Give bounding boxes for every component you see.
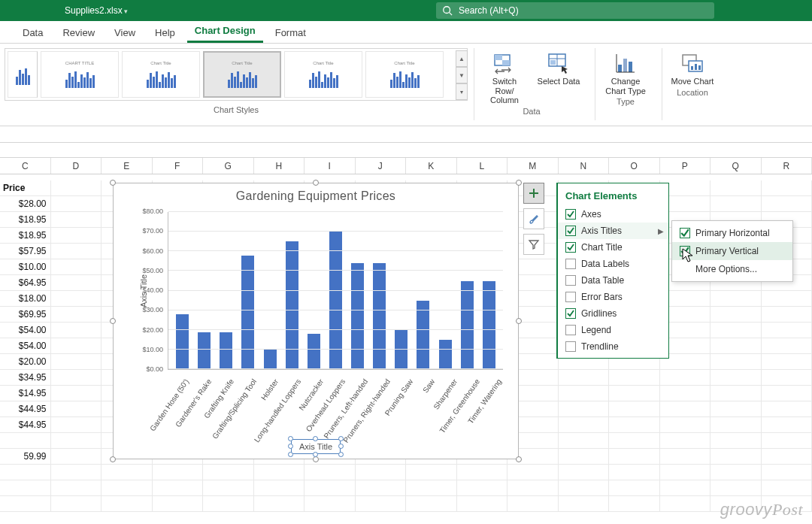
cell[interactable]	[0, 480, 51, 496]
cell[interactable]	[609, 496, 660, 512]
chart-elements-item[interactable]: Gridlines	[558, 305, 668, 322]
cell[interactable]	[710, 291, 762, 307]
chart-bar[interactable]	[439, 340, 452, 369]
cell[interactable]	[660, 433, 711, 449]
gallery-down-button[interactable]: ▼	[456, 67, 468, 83]
column-header[interactable]: E	[102, 158, 153, 174]
column-header[interactable]: G	[203, 158, 254, 174]
cell[interactable]	[609, 417, 660, 433]
cell[interactable]	[203, 465, 254, 480]
chart-bar[interactable]	[264, 350, 277, 369]
resize-handle[interactable]	[110, 180, 116, 186]
cell[interactable]	[762, 338, 813, 354]
chart-styles-gallery[interactable]: CHART TITLE Chart Title Chart Title Char…	[5, 48, 468, 101]
cell[interactable]	[559, 386, 610, 401]
cell[interactable]	[51, 244, 102, 259]
cell[interactable]	[153, 480, 204, 496]
cell[interactable]	[710, 354, 762, 370]
cell[interactable]	[762, 323, 813, 338]
cell[interactable]	[559, 449, 610, 465]
column-header[interactable]: I	[304, 158, 356, 174]
chart-bar[interactable]	[395, 330, 408, 369]
resize-handle[interactable]	[313, 456, 319, 462]
select-data-button[interactable]: Select Data	[536, 51, 581, 105]
chart-elements-item[interactable]: Axis Titles▶	[558, 223, 668, 239]
column-header[interactable]: Q	[710, 158, 762, 174]
cell[interactable]	[762, 291, 813, 307]
resize-handle[interactable]	[516, 180, 522, 186]
cell[interactable]	[51, 433, 102, 449]
chart-bar[interactable]	[483, 281, 495, 369]
cell[interactable]	[710, 180, 762, 196]
cell[interactable]: $69.95	[0, 307, 51, 323]
cell[interactable]: $28.00	[0, 196, 51, 212]
cell[interactable]	[0, 465, 51, 480]
cell[interactable]	[51, 323, 102, 338]
cell[interactable]: $34.95	[0, 370, 51, 386]
cell[interactable]: $64.95	[0, 275, 51, 291]
chart-title[interactable]: Gardening Equipment Prices	[114, 183, 518, 203]
cell[interactable]	[51, 417, 102, 433]
chart-bar[interactable]	[373, 263, 386, 369]
cell[interactable]: $18.00	[0, 291, 51, 307]
cell[interactable]	[710, 449, 762, 465]
cell[interactable]	[660, 465, 711, 480]
cell[interactable]: $18.95	[0, 228, 51, 244]
cell[interactable]	[51, 259, 102, 275]
resize-handle[interactable]	[516, 456, 522, 462]
cell[interactable]	[457, 496, 508, 512]
cell[interactable]	[660, 417, 711, 433]
cell[interactable]	[762, 354, 813, 370]
cell[interactable]	[710, 370, 762, 386]
cell[interactable]	[762, 307, 813, 323]
chart-bar[interactable]	[176, 314, 189, 369]
chart-styles-button[interactable]	[523, 208, 544, 229]
chart-elements-item[interactable]: Data Table	[558, 272, 668, 289]
cell[interactable]	[304, 465, 356, 480]
document-title[interactable]: Supplies2.xlsx	[60, 4, 132, 17]
switch-row-column-button[interactable]: Switch Row/ Column	[482, 51, 527, 105]
tab-view[interactable]: View	[107, 23, 143, 43]
column-header[interactable]: N	[559, 158, 610, 174]
cell[interactable]	[304, 496, 356, 512]
cell[interactable]	[406, 465, 457, 480]
cell[interactable]	[710, 480, 762, 496]
cell[interactable]	[710, 386, 762, 401]
embedded-chart[interactable]: Gardening Equipment Prices Axis Title Ga…	[113, 183, 519, 459]
resize-handle[interactable]	[313, 180, 319, 186]
column-header[interactable]: M	[508, 158, 559, 174]
cell[interactable]	[710, 196, 762, 212]
chart-bar[interactable]	[241, 256, 254, 369]
column-header[interactable]: R	[762, 158, 813, 174]
cell[interactable]	[254, 480, 305, 496]
cell[interactable]	[710, 417, 762, 433]
gallery-up-button[interactable]: ▲	[456, 50, 468, 67]
tab-format[interactable]: Format	[268, 23, 314, 43]
cell[interactable]	[559, 496, 610, 512]
tab-chart-design[interactable]: Chart Design	[187, 20, 263, 43]
cell[interactable]	[51, 291, 102, 307]
cell[interactable]	[762, 196, 813, 212]
cell[interactable]	[660, 496, 711, 512]
cell[interactable]	[51, 354, 102, 370]
cell[interactable]	[304, 480, 356, 496]
column-header[interactable]: J	[356, 158, 407, 174]
chart-style-thumb[interactable]: Chart Title	[284, 51, 362, 98]
cell[interactable]: $57.95	[0, 244, 51, 259]
chart-bar[interactable]	[286, 241, 298, 369]
cell[interactable]	[559, 417, 610, 433]
cell[interactable]: $54.00	[0, 338, 51, 354]
chart-filters-button[interactable]	[523, 234, 544, 255]
chart-elements-item[interactable]: Error Bars	[558, 289, 668, 305]
cell[interactable]	[51, 480, 102, 496]
column-header[interactable]: L	[457, 158, 508, 174]
cell[interactable]	[203, 496, 254, 512]
chart-bar[interactable]	[308, 334, 320, 369]
change-chart-type-button[interactable]: Change Chart Type	[603, 51, 648, 95]
cell[interactable]	[153, 465, 204, 480]
cell[interactable]	[762, 417, 813, 433]
cell[interactable]	[51, 196, 102, 212]
cell[interactable]	[559, 401, 610, 417]
column-header[interactable]: H	[254, 158, 305, 174]
cell[interactable]	[457, 465, 508, 480]
